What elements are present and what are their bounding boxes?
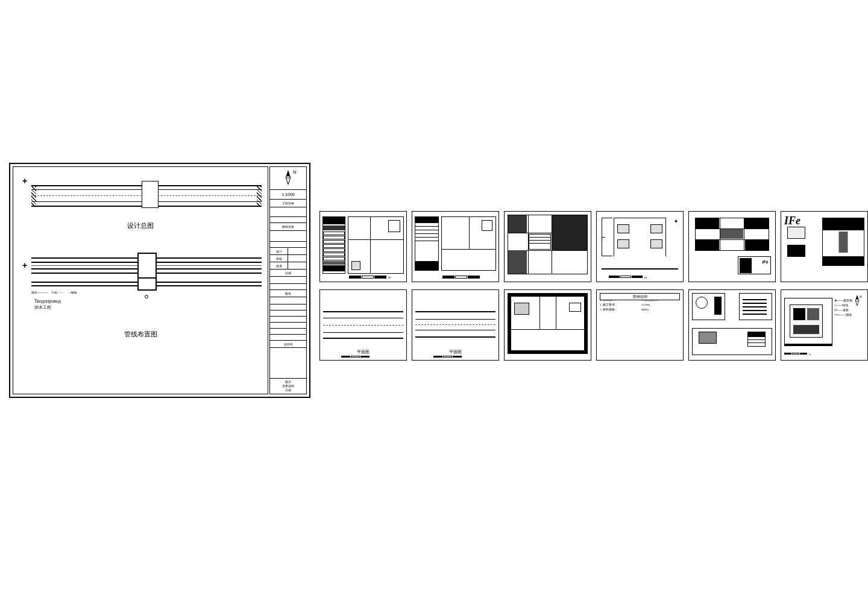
ife-text-area: IFe <box>736 254 772 276</box>
circle-marker <box>145 295 148 298</box>
pipeline-plan: ——— - - - -—— 雨水污水给水 Тводопровод 供水工程 <box>31 251 262 324</box>
legend-drawing-num: 图号 <box>270 290 306 297</box>
thumb7-label: 平面图 <box>320 349 406 355</box>
main-drawing-panel: + 设计总图 + <box>9 163 310 398</box>
page-container: + 设计总图 + <box>0 0 868 615</box>
water-supply-label: 供水工程 <box>34 304 51 311</box>
legend-rows: 工程名称 图纸名称 设计 审核 批准 <box>270 200 306 394</box>
scale-label: 1:1000 <box>270 190 306 200</box>
ife-label: Тводопровод <box>34 298 61 304</box>
thumbnail-5[interactable]: IFe <box>688 211 776 282</box>
pipe-legend-text: 雨水污水给水 <box>31 291 262 294</box>
thumbnail-7[interactable]: 平面图 <box>319 289 407 361</box>
legend-contract: 合同号 <box>270 341 306 348</box>
top-plan-label: 设计总图 <box>127 221 154 230</box>
legend-project-name: 工程名称 <box>270 200 306 207</box>
road-plan-top <box>31 182 262 218</box>
north-symbol: N <box>280 169 297 188</box>
thumbnail-10[interactable]: 工程说明 1. 本工程... 2. 施工要求... 3. 材料规格... 4. … <box>596 289 684 361</box>
cross-marker-mid: + <box>22 260 27 270</box>
legend-drawing-name: 图纸名称 <box>270 223 306 231</box>
thumbnail-8[interactable]: 平面图 <box>412 289 499 361</box>
cross-marker-top: + <box>22 176 27 186</box>
thumbnail-6[interactable]: IFe <box>781 211 868 282</box>
scale-bar: m <box>349 276 403 279</box>
thumbnail-11[interactable] <box>688 289 776 361</box>
thumb8-label: 平面图 <box>412 349 498 355</box>
svg-text:N: N <box>293 169 297 175</box>
legend-bottom: 版次变更说明日期 <box>270 348 306 394</box>
thumbnail-9[interactable] <box>504 289 591 361</box>
thumbnail-1[interactable]: m <box>319 211 407 282</box>
legend-note: 版次变更说明日期 <box>270 378 306 394</box>
svg-marker-1 <box>286 177 291 184</box>
bottom-plan-label: 管线布置图 <box>124 330 157 339</box>
thumbnail-2[interactable] <box>412 211 499 282</box>
ife-large-text: IFe <box>784 215 800 227</box>
thumbnail-12[interactable]: N ★——建筑物 □——绿地 <box>781 289 868 361</box>
legend-date-row: 日期 <box>270 270 306 277</box>
north-arrow-area: N <box>270 167 306 190</box>
legend-design-row: 设计 <box>270 248 306 255</box>
legend-title-block: N 1:1000 工程名称 图纸名称 设计 <box>269 166 307 394</box>
legend-approve-row: 批准 <box>270 262 306 270</box>
legend-review-row: 审核 <box>270 255 306 262</box>
thumbnail-3[interactable] <box>504 211 591 282</box>
svg-marker-0 <box>286 170 291 177</box>
thumbnail-4[interactable]: ✦ m <box>596 211 684 282</box>
